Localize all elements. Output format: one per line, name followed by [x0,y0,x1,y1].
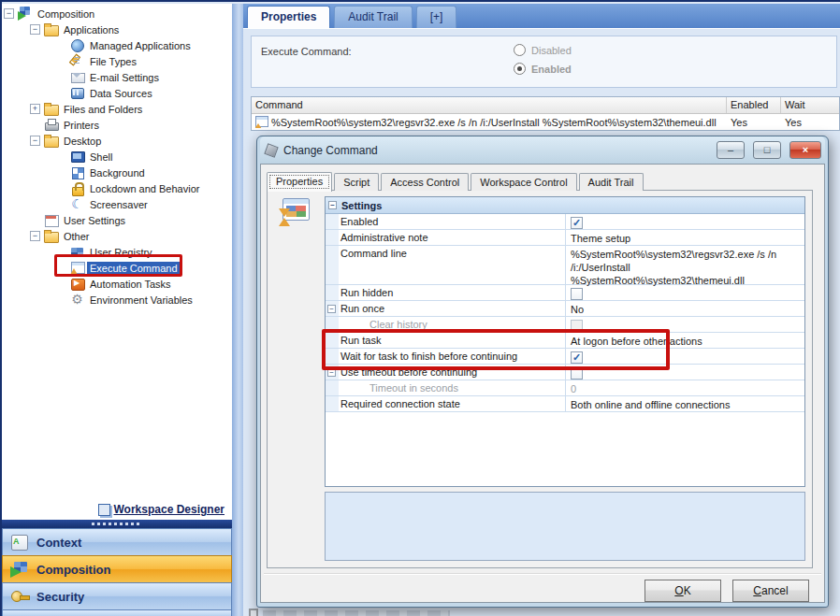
tree-item-file-types[interactable]: File Types [2,53,232,69]
setting-row-clear-history: Clear history [326,317,804,333]
tree-item-printers[interactable]: Printers [2,117,232,133]
tree-item-automation-tasks[interactable]: Automation Tasks [2,276,232,292]
tree-item-user-settings[interactable]: User Settings [2,212,232,228]
tree-item-label[interactable]: Screensaver [87,198,151,211]
tree-item-lockdown-and-behavior[interactable]: Lockdown and Behavior [2,180,232,196]
tree-item-data-sources[interactable]: Data Sources [2,85,232,101]
restore-button[interactable]: □ [753,141,781,159]
tree-item-label[interactable]: User Settings [61,214,128,227]
run-hidden-checkbox[interactable] [571,288,583,300]
nav-button-security[interactable]: Security [2,582,232,609]
tree-item-composition[interactable]: − Composition [2,6,232,21]
collapse-icon[interactable]: − [30,136,40,146]
tree-item-label[interactable]: Files and Folders [61,103,145,116]
tree-item-label[interactable]: Environment Variables [87,294,196,307]
tree-item-label[interactable]: Automation Tasks [87,278,174,291]
tree-item-user-registry[interactable]: User Registry [2,244,232,260]
tree-item-screensaver[interactable]: ☾ Screensaver [2,196,232,212]
tree-item-label[interactable]: Managed Applications [87,39,194,52]
tree-item-label[interactable]: File Types [87,55,139,68]
setting-name: Command line [339,246,566,284]
tab-audit-trail[interactable]: Audit Trail [334,6,412,28]
tree-item-label[interactable]: Execute Command [87,262,181,275]
collapse-icon[interactable]: − [30,231,40,241]
tree-item-environment-variables[interactable]: ⚙ Environment Variables [2,292,232,308]
radio-enabled[interactable]: Enabled [514,63,572,75]
setting-row-enabled: Enabled ✓ [326,214,804,230]
collapse-icon[interactable]: − [327,368,336,377]
group-header-label: Settings [341,200,382,211]
column-header-enabled[interactable]: Enabled [727,97,781,113]
setting-row-run-once: − Run once No [326,301,804,317]
command-cell: %SystemRoot%\system32\regsvr32.exe /s /n… [271,117,717,128]
close-button[interactable]: × [789,141,821,159]
dialog-title-bar[interactable]: Change Command – □ × [260,136,825,164]
nav-button-context[interactable]: Context [2,528,232,555]
tree-item-label[interactable]: Other [61,230,93,243]
cancel-button[interactable]: Cancel [732,580,809,602]
tree-item-background[interactable]: Background [2,165,232,180]
administrative-note-value[interactable]: Theme setup [566,230,804,245]
nav-button-label: Security [36,590,84,604]
collapse-icon[interactable]: − [327,305,336,313]
tree-item-shell[interactable]: Shell [2,149,232,165]
command-line-value[interactable]: %SystemRoot%\system32\regsvr32.exe /s /n… [566,246,804,284]
command-table: Command Enabled Wait %SystemRoot%\system… [251,96,840,131]
column-header-wait[interactable]: Wait [781,97,839,113]
ok-button[interactable]: OK [644,580,721,602]
dialog-tab-audit-trail[interactable]: Audit Trail [579,173,644,191]
collapse-icon[interactable]: − [328,201,337,209]
use-timeout-checkbox[interactable] [571,367,583,380]
nav-button-partial[interactable] [2,609,232,616]
nav-button-composition[interactable]: Composition [2,555,232,582]
tree-item-label[interactable]: Shell [87,150,115,164]
tree-item-label[interactable]: Data Sources [87,87,155,100]
execute-command-panel: Execute Command: Disabled Enabled [251,36,837,88]
radio-disabled[interactable]: Disabled [514,44,572,56]
radio-on-icon[interactable] [514,63,526,75]
tree-item-label[interactable]: E-mail Settings [87,71,162,84]
minimize-button[interactable]: – [717,141,745,159]
tree-item-files-and-folders[interactable]: + Files and Folders [2,101,232,117]
tree-item-label[interactable]: User Registry [87,246,155,259]
tree-item-label[interactable]: Desktop [61,135,104,148]
dialog-tab-properties[interactable]: Properties [267,172,332,192]
expand-icon[interactable]: + [30,104,40,114]
enabled-checkbox[interactable]: ✓ [571,217,583,229]
tree-item-email-settings[interactable]: E-mail Settings [2,69,232,85]
nav-button-stack: Context Composition Security [2,528,232,616]
tree-item-applications[interactable]: − Applications [2,21,232,37]
user-registry-icon [70,245,84,259]
tab-properties[interactable]: Properties [247,6,330,28]
tree-item-label[interactable]: Lockdown and Behavior [87,182,202,195]
sidebar: − Composition − Applications Managed App… [2,4,232,616]
dialog-tab-script[interactable]: Script [334,173,379,191]
dialog-tab-workspace-control[interactable]: Workspace Control [471,173,576,191]
data-sources-icon [70,86,84,100]
table-row[interactable]: %SystemRoot%\system32\regsvr32.exe /s /n… [252,114,839,130]
run-task-value[interactable]: At logon before other actions [566,333,804,348]
run-once-value[interactable]: No [566,301,804,316]
tab-add-new[interactable]: [+] [416,6,457,28]
tree-item-label[interactable]: Applications [61,23,122,36]
footer-separator [264,573,821,575]
wait-for-task-checkbox[interactable]: ✓ [571,351,583,364]
tree-item-label[interactable]: Composition [35,7,97,21]
collapse-icon[interactable]: − [4,8,14,19]
tree-item-managed-applications[interactable]: Managed Applications [2,37,232,53]
sidebar-splitter[interactable] [2,520,232,528]
workspace-designer-link[interactable]: Workspace Designer [114,503,225,516]
column-header-command[interactable]: Command [252,97,727,113]
radio-off-icon[interactable] [514,44,526,56]
setting-name: Wait for task to finish before continuin… [339,349,566,364]
settings-group-header[interactable]: − Settings [326,197,804,214]
tree-item-execute-command[interactable]: Execute Command [2,260,232,276]
dialog-tab-access-control[interactable]: Access Control [381,173,469,191]
panel-splitter[interactable] [232,4,243,616]
collapse-icon[interactable]: − [30,24,40,35]
tree-item-other[interactable]: − Other [2,228,232,244]
required-connection-state-value[interactable]: Both online and offline connections [566,396,804,411]
tree-item-label[interactable]: Printers [61,119,102,132]
tree-item-desktop[interactable]: − Desktop [2,133,232,149]
tree-item-label[interactable]: Background [87,166,148,179]
